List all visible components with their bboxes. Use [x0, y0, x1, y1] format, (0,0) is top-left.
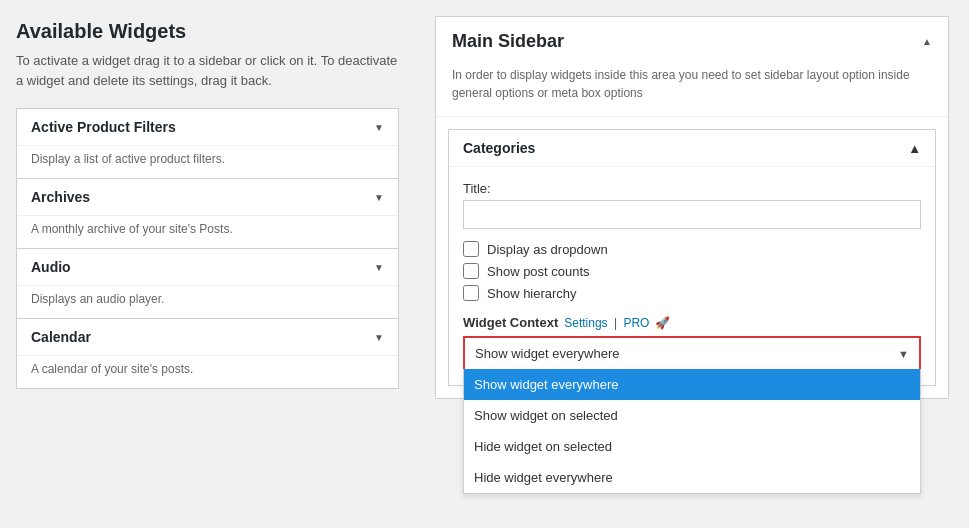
sidebar-title: Main Sidebar	[452, 31, 564, 52]
dropdown-option-show-everywhere[interactable]: Show widget everywhere	[464, 369, 920, 400]
separator: |	[614, 316, 617, 330]
settings-link[interactable]: Settings	[564, 316, 607, 330]
categories-widget-body: Title: Display as dropdown Show post cou…	[449, 166, 935, 385]
widget-calendar-title: Calendar	[31, 329, 91, 345]
panel-title: Available Widgets	[16, 20, 399, 43]
widget-active-product-filters-header[interactable]: Active Product Filters ▼	[17, 109, 398, 145]
widget-context-dropdown-container: Show widget everywhere Show widget on se…	[463, 336, 921, 371]
main-sidebar-panel: Main Sidebar ▲ In order to display widge…	[415, 0, 969, 528]
dropdown-options-list: Show widget everywhere Show widget on se…	[463, 369, 921, 494]
chevron-up-icon: ▲	[908, 141, 921, 156]
categories-widget: Categories ▲ Title: Display as dropdown …	[448, 129, 936, 386]
sidebar-box: Main Sidebar ▲ In order to display widge…	[435, 16, 949, 399]
dropdown-option-hide-everywhere[interactable]: Hide widget everywhere	[464, 462, 920, 493]
widget-calendar: Calendar ▼ A calendar of your site's pos…	[16, 319, 399, 389]
widget-archives-header[interactable]: Archives ▼	[17, 179, 398, 215]
widget-archives: Archives ▼ A monthly archive of your sit…	[16, 179, 399, 249]
chevron-down-icon: ▼	[374, 262, 384, 273]
show-post-counts-label: Show post counts	[487, 264, 590, 279]
widget-context-header: Widget Context Settings | PRO 🚀	[463, 315, 921, 330]
show-hierarchy-checkbox[interactable]	[463, 285, 479, 301]
categories-widget-title: Categories	[463, 140, 535, 156]
title-input[interactable]	[463, 200, 921, 229]
dropdown-option-show-selected[interactable]: Show widget on selected	[464, 400, 920, 431]
title-field-row: Title:	[463, 181, 921, 229]
widget-active-product-filters: Active Product Filters ▼ Display a list …	[16, 108, 399, 179]
chevron-down-icon: ▼	[374, 192, 384, 203]
rocket-icon: 🚀	[655, 316, 670, 330]
widget-calendar-header[interactable]: Calendar ▼	[17, 319, 398, 355]
widget-context-section: Widget Context Settings | PRO 🚀 Show wid…	[463, 315, 921, 371]
pro-link[interactable]: PRO	[623, 316, 649, 330]
categories-widget-header[interactable]: Categories ▲	[449, 130, 935, 166]
display-as-dropdown-checkbox[interactable]	[463, 241, 479, 257]
show-hierarchy-row: Show hierarchy	[463, 285, 921, 301]
widget-context-links: Settings | PRO 🚀	[564, 316, 670, 330]
show-hierarchy-label: Show hierarchy	[487, 286, 577, 301]
widget-active-product-filters-title: Active Product Filters	[31, 119, 176, 135]
dropdown-option-hide-selected[interactable]: Hide widget on selected	[464, 431, 920, 462]
title-field-label: Title:	[463, 181, 921, 196]
panel-description: To activate a widget drag it to a sideba…	[16, 51, 399, 90]
chevron-down-icon: ▼	[374, 332, 384, 343]
widget-archives-title: Archives	[31, 189, 90, 205]
widget-archives-desc: A monthly archive of your site's Posts.	[17, 215, 398, 248]
widget-audio-header[interactable]: Audio ▼	[17, 249, 398, 285]
widget-audio-title: Audio	[31, 259, 71, 275]
widget-audio-desc: Displays an audio player.	[17, 285, 398, 318]
widget-calendar-desc: A calendar of your site's posts.	[17, 355, 398, 388]
sidebar-info: In order to display widgets inside this …	[436, 66, 948, 117]
widget-context-label: Widget Context	[463, 315, 558, 330]
chevron-up-icon: ▲	[922, 36, 932, 47]
widget-context-dropdown[interactable]: Show widget everywhere Show widget on se…	[465, 338, 919, 369]
display-as-dropdown-label: Display as dropdown	[487, 242, 608, 257]
widget-active-product-filters-desc: Display a list of active product filters…	[17, 145, 398, 178]
available-widgets-panel: Available Widgets To activate a widget d…	[0, 0, 415, 528]
chevron-down-icon: ▼	[374, 122, 384, 133]
sidebar-header: Main Sidebar ▲	[436, 17, 948, 66]
widget-audio: Audio ▼ Displays an audio player.	[16, 249, 399, 319]
show-post-counts-checkbox[interactable]	[463, 263, 479, 279]
show-post-counts-row: Show post counts	[463, 263, 921, 279]
display-as-dropdown-row: Display as dropdown	[463, 241, 921, 257]
